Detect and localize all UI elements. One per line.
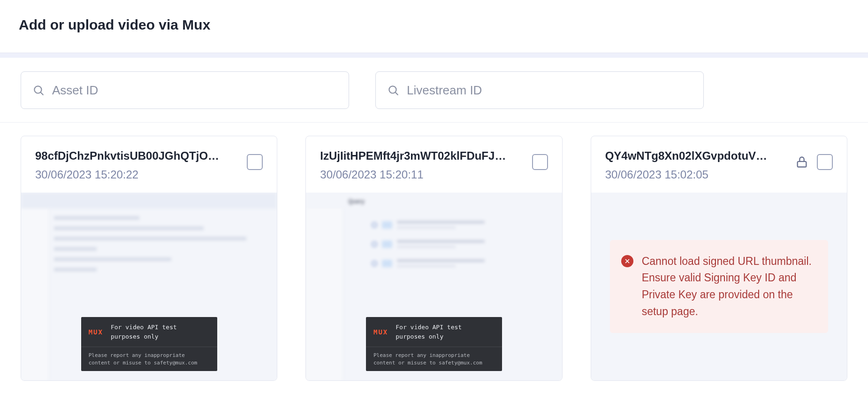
asset-id-input[interactable]: [52, 83, 337, 98]
asset-card-header: QY4wNTg8Xn02lXGvpdotuV… 30/06/2023 15:02…: [591, 136, 847, 193]
mux-watermark: MUX For video API test purposes only Ple…: [81, 317, 217, 371]
lock-icon: [795, 155, 808, 169]
search-icon: [387, 84, 399, 96]
asset-card[interactable]: QY4wNTg8Xn02lXGvpdotuV… 30/06/2023 15:02…: [591, 136, 847, 381]
asset-select-checkbox[interactable]: [247, 154, 263, 170]
asset-card-title: 98cfDjChzPnkvtisUB00JGhQTjO…: [35, 149, 237, 163]
header: Add or upload video via Mux: [0, 0, 868, 53]
asset-id-field[interactable]: [21, 71, 349, 109]
asset-card-date: 30/06/2023 15:20:22: [35, 168, 237, 181]
asset-select-checkbox[interactable]: [817, 154, 833, 170]
asset-thumbnail: Query: [306, 193, 562, 380]
mux-watermark-footer: Please report any inappropriate content …: [366, 347, 502, 371]
search-icon: [32, 84, 45, 96]
asset-cards-row: 98cfDjChzPnkvtisUB00JGhQTjO… 30/06/2023 …: [0, 123, 868, 381]
asset-thumbnail-error: Cannot load signed URL thumbnail. Ensure…: [591, 193, 847, 380]
svg-rect-4: [798, 162, 807, 167]
mux-watermark-text: For video API test purposes only: [111, 323, 210, 341]
error-icon: [621, 255, 633, 267]
asset-thumbnail: MUX For video API test purposes only Ple…: [21, 193, 277, 380]
svg-line-1: [41, 93, 43, 95]
svg-line-3: [396, 93, 398, 95]
asset-card-date: 30/06/2023 15:20:11: [320, 168, 522, 181]
mux-watermark-text: For video API test purposes only: [396, 323, 495, 341]
svg-point-2: [389, 86, 396, 93]
asset-card-title: QY4wNTg8Xn02lXGvpdotuV…: [605, 149, 786, 163]
error-banner: Cannot load signed URL thumbnail. Ensure…: [610, 240, 828, 333]
mux-watermark-footer: Please report any inappropriate content …: [81, 347, 217, 371]
asset-card-header: IzUjIitHPEMft4jr3mWT02klFDuFJ… 30/06/202…: [306, 136, 562, 193]
asset-select-checkbox[interactable]: [532, 154, 548, 170]
search-row: [0, 58, 868, 123]
asset-card[interactable]: 98cfDjChzPnkvtisUB00JGhQTjO… 30/06/2023 …: [21, 136, 277, 381]
asset-card[interactable]: IzUjIitHPEMft4jr3mWT02klFDuFJ… 30/06/202…: [305, 136, 562, 381]
asset-card-date: 30/06/2023 15:02:05: [605, 168, 786, 181]
page-title: Add or upload video via Mux: [19, 17, 849, 33]
mux-logo: MUX: [89, 328, 103, 336]
asset-card-header: 98cfDjChzPnkvtisUB00JGhQTjO… 30/06/2023 …: [21, 136, 277, 193]
svg-point-0: [34, 86, 41, 93]
asset-card-title: IzUjIitHPEMft4jr3mWT02klFDuFJ…: [320, 149, 522, 163]
mux-logo: MUX: [373, 328, 388, 336]
livestream-id-field[interactable]: [375, 71, 704, 109]
error-message: Cannot load signed URL thumbnail. Ensure…: [642, 253, 815, 320]
divider-band: [0, 53, 868, 58]
livestream-id-input[interactable]: [407, 83, 692, 98]
mux-watermark: MUX For video API test purposes only Ple…: [366, 317, 502, 371]
